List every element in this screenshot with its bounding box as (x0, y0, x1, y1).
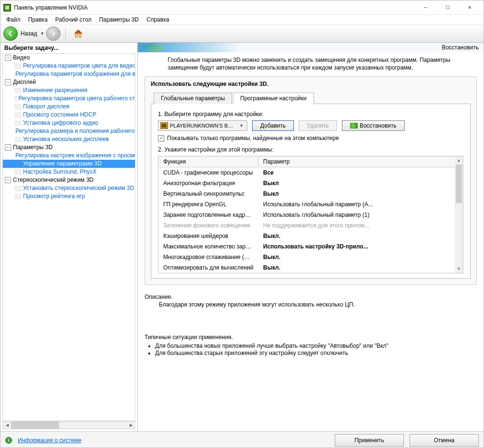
task-tree[interactable]: −ВидеоРегулировка параметров цвета для в… (2, 53, 135, 421)
task-header: Выберите задачу... (0, 43, 137, 53)
description-section: Описание. Благодаря этому режиму приложе… (145, 294, 477, 308)
program-selector[interactable]: PLAYERUNKNOWN'S BATTLEGR... ▼ (158, 120, 247, 131)
tree-expander-icon[interactable]: − (5, 144, 11, 151)
system-info-link[interactable]: Информация о системе (18, 437, 81, 444)
tree-category-label: Видео (13, 54, 30, 62)
table-vertical-scrollbar[interactable]: ▲ ▼ (455, 156, 463, 273)
add-button[interactable]: Добавить (252, 120, 294, 131)
back-dropdown-arrow[interactable]: ▼ (40, 31, 44, 36)
back-button[interactable] (3, 26, 18, 41)
table-row[interactable]: ГП рендеринга OpenGLИспользовать глобаль… (158, 199, 455, 210)
tree-item[interactable]: Установить стереоскопический режим 3D (3, 184, 135, 192)
minimize-button[interactable]: ─ (414, 0, 436, 15)
scroll-up-arrow[interactable]: ▲ (455, 156, 463, 165)
table-row[interactable]: Затенение фонового освещенияНе поддержив… (158, 220, 455, 231)
delete-button: Удалить (299, 120, 337, 131)
tree-item[interactable]: Регулировка параметров цвета для видео (3, 62, 135, 70)
tree-item-label: Просмотр состояния HDCP (23, 111, 97, 119)
scroll-down-arrow[interactable]: ▼ (455, 265, 463, 273)
description-title: Описание. (145, 294, 477, 300)
setting-function: Затенение фонового освещения (158, 221, 258, 230)
tree-horizontal-scrollbar[interactable]: ◀ ▶ (2, 421, 135, 429)
usage-title: Типичные ситуации применения. (145, 334, 477, 341)
page-banner: Восстановить (138, 43, 484, 52)
tree-item[interactable]: Просмотр рейтинга игр (3, 192, 135, 200)
tree-item[interactable]: Управление параметрами 3D (3, 160, 135, 168)
settings-group: Использовать следующие настройки 3D. Гло… (145, 76, 477, 285)
tree-dotline (14, 112, 22, 118)
tree-item-label: Регулировка параметров цвета рабочего ст… (18, 94, 135, 103)
scroll-thumb-vertical[interactable] (456, 165, 462, 203)
show-only-found-checkbox[interactable]: ✓ (158, 135, 164, 141)
menu-edit[interactable]: Правка (24, 15, 52, 24)
tab-global[interactable]: Глобальные параметры (154, 93, 232, 104)
table-row[interactable]: Вертикальный синхроимпульсВыкл (158, 189, 455, 199)
scroll-thumb[interactable] (11, 422, 59, 429)
tree-item-label: Регулировка параметров цвета для видео (23, 62, 135, 70)
setting-value: Не поддерживается для этого прилож... (258, 221, 455, 230)
main-panel: Восстановить Глобальные параметры 3D мож… (138, 43, 484, 431)
tree-item-label: Установка цифрового аудио (23, 119, 98, 127)
tree-item[interactable]: Установка нескольких дисплеев (3, 135, 135, 143)
restore-program-button[interactable]: Восстановить (342, 120, 405, 131)
table-row[interactable]: Кэширование шейдеровВыкл. (158, 231, 455, 241)
scroll-right-arrow[interactable]: ▶ (127, 422, 135, 429)
col-header-function[interactable]: Функция (158, 156, 258, 167)
home-icon[interactable] (73, 28, 84, 39)
settings-tabs: Глобальные параметры Программные настрой… (145, 92, 476, 104)
tree-item[interactable]: Регулировка параметров цвета рабочего ст… (3, 94, 135, 103)
tree-item-label: Регулировка параметров изображения для в… (15, 70, 135, 78)
table-row[interactable]: Оптимизировать для вычисленийВыкл. (158, 262, 455, 273)
tree-dotline (14, 186, 22, 191)
navigation-toolbar: Назад ▼ (0, 24, 484, 43)
maximize-button[interactable]: ☐ (436, 0, 459, 15)
table-row[interactable]: Анизотропная фильтрацияВыкл (158, 178, 455, 189)
setting-value: Использовать глобальный параметр (1) (258, 211, 455, 219)
setting-value: Выкл (258, 189, 455, 198)
tree-category[interactable]: −Параметры 3D (3, 143, 135, 152)
menu-bar: Файл Правка Рабочий стол Параметры 3D Сп… (0, 15, 484, 24)
tree-item[interactable]: Просмотр состояния HDCP (3, 111, 135, 119)
table-row[interactable]: Максимальное количество заранее ...Испол… (158, 241, 455, 252)
banner-3d-icon (143, 43, 164, 52)
setting-value: Использовать настройку 3D-прило... (258, 242, 455, 251)
table-row[interactable]: Заранее подготовленные кадры ви...Исполь… (158, 210, 455, 220)
cancel-button[interactable]: Отмена (410, 434, 479, 447)
tree-expander-icon[interactable]: − (5, 55, 11, 61)
menu-file[interactable]: Файл (2, 15, 24, 24)
tree-item[interactable]: Изменение разрешения (3, 86, 135, 94)
menu-params3d[interactable]: Параметры 3D (95, 15, 143, 24)
tree-item[interactable]: Установка цифрового аудио (3, 119, 135, 127)
tree-category-label: Дисплей (13, 78, 36, 86)
apply-button[interactable]: Применить (335, 434, 404, 447)
restore-defaults-link[interactable]: Восстановить (442, 44, 479, 51)
tree-dotline (14, 194, 22, 200)
tree-category[interactable]: −Видео (3, 54, 135, 62)
menu-desktop[interactable]: Рабочий стол (51, 15, 95, 24)
tree-item[interactable]: Регулировка настроек изображения с просм… (3, 152, 135, 160)
tree-item[interactable]: Поворот дисплея (3, 103, 135, 111)
footer-bar: i Информация о системе Применить Отмена (0, 431, 484, 448)
tree-item[interactable]: Настройка Surround, PhysX (3, 168, 135, 176)
col-header-parameter[interactable]: Параметр (258, 156, 455, 167)
table-row[interactable]: Многокадровое сглаживание (MFAA)Выкл. (158, 252, 455, 262)
tree-item[interactable]: Регулировка параметров изображения для в… (3, 70, 135, 78)
nvidia-app-icon (3, 4, 11, 12)
tree-item[interactable]: Регулировка размера и положения рабочего… (3, 127, 135, 135)
tree-dotline (14, 104, 22, 110)
tab-program[interactable]: Программные настройки (233, 93, 314, 104)
scroll-left-arrow[interactable]: ◀ (3, 422, 11, 429)
tree-expander-icon[interactable]: − (5, 79, 11, 85)
usage-list-item: Для большинства старых приложений эту на… (155, 350, 477, 356)
setting-function: ГП рендеринга OpenGL (158, 200, 258, 209)
close-button[interactable]: ✕ (459, 0, 481, 15)
tree-category[interactable]: −Дисплей (3, 78, 135, 86)
menu-help[interactable]: Справка (143, 15, 173, 24)
tree-category[interactable]: −Стереоскопический режим 3D (3, 176, 135, 184)
tree-expander-icon[interactable]: − (5, 177, 11, 183)
table-row[interactable]: CUDA - графические процессорыВсе (158, 167, 455, 178)
setting-value: Выкл. (258, 263, 455, 272)
intro-text: Глобальные параметры 3D можно заменить и… (145, 55, 477, 76)
setting-value: Использовать глобальный параметр (А... (258, 200, 455, 209)
forward-button[interactable] (46, 26, 60, 41)
